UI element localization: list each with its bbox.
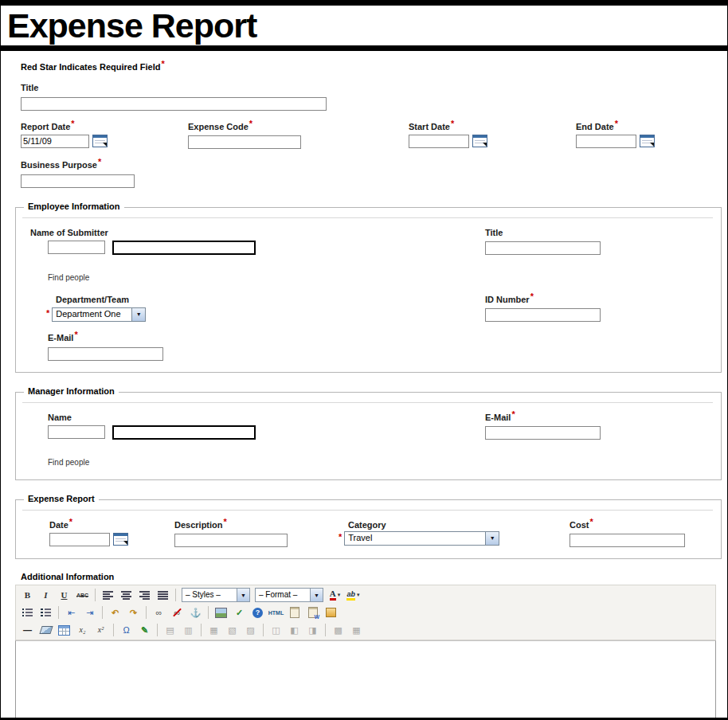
expense-date-input[interactable] <box>49 533 110 546</box>
title-label: Title <box>21 83 721 92</box>
start-date-calendar-button[interactable] <box>472 135 487 147</box>
align-justify-button[interactable] <box>155 587 171 603</box>
unordered-list-button[interactable] <box>19 605 36 620</box>
rich-text-editor: BIUABC– Styles –▼– Format –▼A▾ab▾⇤⇥↶↷∞∞⚓… <box>15 585 716 720</box>
department-select[interactable]: Department One ▼ <box>52 307 146 322</box>
end-date-input[interactable] <box>576 135 636 148</box>
required-star: * <box>530 292 534 301</box>
unlink-button[interactable]: ∞ <box>169 605 186 620</box>
toolbar-separator <box>102 606 103 619</box>
report-date-label: Report Date* <box>21 122 188 131</box>
horizontal-rule-button[interactable]: — <box>19 622 36 638</box>
align-center-button[interactable] <box>118 587 135 603</box>
redo-button[interactable]: ↷ <box>125 605 142 620</box>
top-black-bar <box>1 0 727 6</box>
cell-properties-button: ▦ <box>348 622 365 638</box>
insert-row-button: ▦ <box>205 622 222 638</box>
underline-button[interactable]: U <box>56 587 72 603</box>
report-date-calendar-button[interactable] <box>92 135 108 147</box>
html-source-button[interactable]: HTML <box>268 605 284 620</box>
end-date-calendar-button[interactable] <box>640 135 655 147</box>
styles-select[interactable]: – Styles –▼ <box>182 588 250 602</box>
report-date-input[interactable] <box>21 135 89 148</box>
business-purpose-input[interactable] <box>21 174 135 188</box>
chevron-down-icon: ▼ <box>131 308 145 321</box>
divider <box>22 402 713 403</box>
submitter-shortname-input[interactable] <box>48 241 105 254</box>
link-button[interactable]: ∞ <box>151 605 167 620</box>
editor-body[interactable] <box>15 640 716 720</box>
chevron-down-icon: ▼ <box>485 532 499 545</box>
paste-button[interactable] <box>286 605 303 620</box>
highlight-color-button[interactable]: ab▾ <box>345 587 362 603</box>
help-button[interactable]: ? <box>249 605 266 620</box>
subscript-button[interactable]: x₂ <box>74 622 91 638</box>
title-input[interactable] <box>21 97 327 111</box>
manager-information-group: Manager Information Name Find people E-M… <box>15 392 722 480</box>
manager-information-legend: Manager Information <box>24 386 119 396</box>
manager-email-input[interactable] <box>485 426 601 440</box>
paste-from-word-button[interactable] <box>304 605 321 620</box>
department-select-value: Department One <box>53 308 131 321</box>
text-color-button[interactable]: A▾ <box>327 587 343 603</box>
align-right-button[interactable] <box>136 587 153 603</box>
insert-table-button[interactable] <box>56 622 72 638</box>
toolbar-separator <box>146 606 147 619</box>
align-left-button[interactable] <box>100 587 116 603</box>
manager-shortname-input[interactable] <box>48 425 105 439</box>
submitter-fullname-input[interactable] <box>112 241 256 255</box>
department-label: Department/Team <box>56 295 485 304</box>
start-date-input[interactable] <box>409 135 469 148</box>
special-character-button[interactable]: Ω <box>118 622 135 638</box>
cost-input[interactable] <box>569 534 685 547</box>
styles-select-value: – Styles – <box>182 589 237 601</box>
find-people-link[interactable]: Find people <box>48 458 89 467</box>
image-button[interactable] <box>213 605 229 620</box>
required-star: * <box>615 119 618 128</box>
remove-format-button[interactable] <box>37 622 54 638</box>
required-field-note: Red Star Indicates Required Field* <box>21 62 721 72</box>
id-number-input[interactable] <box>485 308 601 322</box>
category-select[interactable]: Travel ▼ <box>344 531 499 546</box>
outdent-button[interactable]: ⇤ <box>63 605 80 620</box>
form-body: Red Star Indicates Required Field* Title… <box>1 51 727 720</box>
insert-entry-link-button[interactable] <box>323 605 339 620</box>
spellcheck-button[interactable]: ✓ <box>231 605 248 620</box>
employee-email-input[interactable] <box>48 347 163 361</box>
description-label: Description* <box>174 520 348 530</box>
delete-row-button: ▧ <box>224 622 241 638</box>
end-date-label: End Date* <box>576 122 721 131</box>
ordered-list-button[interactable] <box>37 605 54 620</box>
description-input[interactable] <box>174 534 288 547</box>
insert-div-button: ▥ <box>180 622 197 638</box>
toolbar-separator <box>58 606 59 619</box>
toolbar-separator <box>113 624 114 636</box>
anchor-button[interactable]: ⚓ <box>187 605 204 620</box>
expense-date-calendar-button[interactable] <box>113 533 128 546</box>
expense-report-page: Expense Report Red Star Indicates Requir… <box>0 0 728 720</box>
employee-email-label: E-Mail* <box>48 333 485 342</box>
start-date-label: Start Date* <box>409 122 576 131</box>
required-star: * <box>511 409 515 419</box>
undo-button[interactable]: ↶ <box>107 605 123 620</box>
divider <box>22 510 713 511</box>
bold-button[interactable]: B <box>19 587 36 603</box>
toolbar-separator <box>208 606 209 619</box>
superscript-button[interactable]: x² <box>92 622 109 638</box>
format-select[interactable]: – Format –▼ <box>255 588 323 602</box>
employee-title-input[interactable] <box>485 241 601 255</box>
insert-column-button: ▨ <box>242 622 259 638</box>
toolbar-separator <box>95 589 96 601</box>
strikethrough-button[interactable]: ABC <box>74 587 91 603</box>
employee-information-group: Employee Information Name of Submitter F… <box>15 207 722 373</box>
indent-button[interactable]: ⇥ <box>81 605 98 620</box>
expense-report-legend: Expense Report <box>24 494 99 503</box>
italic-button[interactable]: I <box>37 587 54 603</box>
expense-code-input[interactable] <box>188 135 301 149</box>
insert-template-button[interactable]: ✎ <box>136 622 153 638</box>
required-star: * <box>74 330 77 339</box>
manager-name-label: Name <box>48 413 485 422</box>
find-people-link[interactable]: Find people <box>48 273 89 282</box>
id-number-label: ID Number* <box>485 295 721 304</box>
manager-fullname-input[interactable] <box>112 425 256 440</box>
